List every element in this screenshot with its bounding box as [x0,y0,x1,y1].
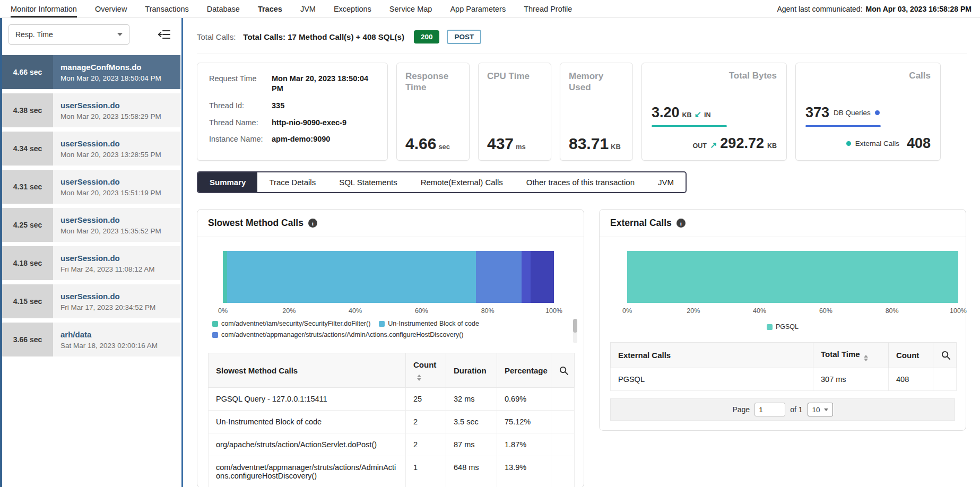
tab-overview[interactable]: Overview [95,0,127,18]
trace-list-item[interactable]: 4.34 sec userSession.do Mon Mar 20, 2023… [2,132,180,166]
table-header-row: Slowest Method Calls Count Duration Perc… [209,353,575,388]
stacked-bar [627,251,958,303]
sort-select[interactable]: Resp. Time [8,24,129,45]
axis-tick: 100% [545,307,562,315]
collapse-sidebar-icon[interactable] [157,29,171,40]
cell-empty [551,456,575,487]
http-method-badge: POST [447,30,481,44]
cell-percentage: 0.69% [497,388,551,411]
column-header-total-time[interactable]: Total Time [813,343,889,368]
tab-app-parameters[interactable]: App Parameters [450,0,506,18]
db-queries-value: 373 [805,105,829,121]
total-calls-value: Total Calls: 17 Method Call(s) + 408 SQL… [243,32,404,41]
axis-tick: 20% [282,307,296,315]
chart-legend: PGSQL [600,317,966,338]
db-queries-accent-bar [805,125,881,127]
trace-name: userSession.do [60,215,161,224]
tab-monitor-information[interactable]: Monitor Information [11,0,77,18]
info-icon[interactable] [677,219,686,228]
cell-empty [551,433,575,456]
calls-title: Calls [805,71,931,81]
cell-count: 25 [406,388,446,411]
table-search[interactable] [933,343,957,368]
sort-icon[interactable] [864,355,868,361]
trace-list-item[interactable]: 4.31 sec userSession.do Mon Mar 20, 2023… [2,170,180,204]
legend-label: Un-Instrumented Block of code [388,320,479,327]
tab-summary[interactable]: Summary [198,172,257,192]
axis-tick: 100% [950,307,967,315]
bar-segment [227,251,476,303]
cpu-time-title: CPU Time [487,71,542,82]
memory-used-unit: KB [611,143,621,151]
trace-list-item[interactable]: 4.38 sec userSession.do Mon Mar 20, 2023… [2,93,180,127]
trace-timestamp: Fri Mar 17, 2023 20:34:52 PM [60,303,155,311]
tab-jvm[interactable]: JVM [300,0,316,18]
table-row[interactable]: com/adventnet/appmanager/struts/actions/… [209,456,575,487]
tab-transactions[interactable]: Transactions [145,0,188,18]
info-icon[interactable] [308,219,317,228]
cpu-time-unit: ms [516,143,526,151]
axis-tick: 40% [349,307,362,315]
thread-name-label: Thread Name: [209,118,272,128]
detail-tabbar: Summary Trace Details SQL Statements Rem… [197,171,687,193]
page-number-input[interactable] [754,403,785,416]
bytes-out-unit: KB [767,142,777,150]
tab-other-traces[interactable]: Other traces of this transaction [515,172,646,192]
bar-segment [531,251,554,303]
external-calls-row: External Calls 408 [846,135,931,152]
bytes-in-unit: KB [682,111,692,119]
trace-list-item[interactable]: 4.18 sec userSession.do Fri Mar 24, 2023… [2,246,180,280]
trace-list-item[interactable]: 4.66 sec manageConfMons.do Mon Mar 20, 2… [2,55,180,89]
table-search[interactable] [551,353,575,388]
db-queries-row: 373 DB Queries [805,105,931,121]
legend-item: com/adventnet/iam/security/SecurityFilte… [212,320,370,327]
legend-item: com/adventnet/appmanager/struts/actions/… [212,331,463,338]
tab-database[interactable]: Database [207,0,240,18]
trace-name: userSession.do [60,139,161,148]
traces-sidebar: Resp. Time 4.66 sec manageConfMons.do Mo… [2,18,181,487]
tab-trace-details[interactable]: Trace Details [257,172,327,192]
trace-list-item[interactable]: 4.15 sec userSession.do Fri Mar 17, 2023… [2,284,180,318]
table-row[interactable]: PGSQL Query - 127.0.0.1:15411 25 32 ms 0… [209,388,575,411]
tab-exceptions[interactable]: Exceptions [334,0,371,18]
table-row[interactable]: org/apache/struts/action/ActionServlet.d… [209,433,575,456]
cell-duration: 648 ms [446,456,497,487]
status-code-badge: 200 [414,30,440,44]
table-row[interactable]: PGSQL 307 ms 408 [611,368,957,391]
axis-tick: 80% [481,307,495,315]
external-calls-panel: External Calls 0% 20% 40% 60% 80% 100% [599,209,966,431]
bar-segment [627,251,958,303]
trace-duration-badge: 4.66 sec [2,55,53,89]
legend-swatch [379,321,385,327]
tab-remote-external-calls[interactable]: Remote(External) Calls [409,172,515,192]
tab-jvm-detail[interactable]: JVM [646,172,686,192]
bytes-in-label: IN [704,111,711,119]
page-size-select[interactable]: 10 [808,403,833,416]
instance-name-value: apm-demo:9090 [272,134,330,144]
agent-last-communicated-value: Mon Apr 03, 2023 16:58:28 PM [866,5,972,13]
page-size-value: 10 [812,406,820,414]
trace-name: userSession.do [60,177,161,186]
tab-sql-statements[interactable]: SQL Statements [327,172,409,192]
tab-thread-profile[interactable]: Thread Profile [524,0,572,18]
arrow-up-right-icon: ↗ [710,140,717,150]
bytes-out-row: OUT ↗ 292.72 KB [693,135,777,152]
trace-list-item[interactable]: 3.66 sec arh/data Sat Mar 18, 2023 02:00… [2,323,180,356]
column-header-percentage: Percentage [497,353,551,388]
tab-traces[interactable]: Traces [258,0,282,18]
scrollbar-thumb[interactable] [573,319,577,333]
trace-list-item[interactable]: 4.25 sec userSession.do Mon Mar 20, 2023… [2,208,180,242]
sort-icon[interactable] [417,375,421,381]
axis-tick: 0% [218,307,228,315]
axis-tick: 40% [753,307,766,315]
bytes-out-value: 292.72 [720,135,764,152]
tab-service-map[interactable]: Service Map [389,0,432,18]
legend-label: PGSQL [776,323,799,331]
bytes-in-row: 3.20 KB ↙ IN [652,105,777,121]
column-header-count[interactable]: Count [406,353,446,388]
table-row[interactable]: Un-Instrumented Block of code 2 3.5 sec … [209,411,575,433]
cell-name: com/adventnet/appmanager/struts/actions/… [209,456,406,487]
legend-scrollbar[interactable] [573,319,577,343]
trace-duration-badge: 3.66 sec [2,323,53,356]
trace-name: userSession.do [60,254,155,263]
